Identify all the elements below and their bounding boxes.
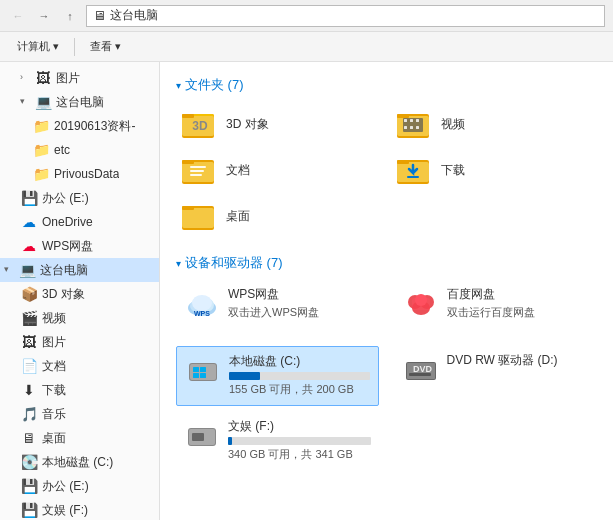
sidebar-item-office-e[interactable]: 💾 办公 (E:) [0,186,159,210]
svg-rect-43 [200,373,206,378]
toolbar-separator [74,38,75,56]
folder-icon-downloads [397,152,433,188]
svg-rect-19 [190,170,204,172]
pictures-icon: 🖼 [34,69,52,87]
folder-item-desktop[interactable]: 桌面 [176,194,383,238]
sidebar-item-pictures2[interactable]: 🖼 图片 [0,330,159,354]
sidebar-label-pictures2: 图片 [42,334,66,351]
drive-item-dvd[interactable]: DVD DVD RW 驱动器 (D:) [395,346,598,406]
folder-icon-videos [397,106,433,142]
local-c-bar-fill [229,372,260,380]
address-bar[interactable]: 🖥 这台电脑 [86,5,605,27]
sidebar-label-office-e: 办公 (E:) [42,190,89,207]
folder-item-docs[interactable]: 文档 [176,148,383,192]
back-button[interactable]: ← [8,6,28,26]
sidebar-item-office-e2[interactable]: 💾 办公 (E:) [0,474,159,498]
folder-name-desktop: 桌面 [226,208,250,225]
svg-rect-37 [412,298,430,310]
drive-item-wps[interactable]: WPS WPS网盘 双击进入WPS网盘 [176,280,379,340]
folder-item-downloads[interactable]: 下载 [391,148,598,192]
folder-item-videos[interactable]: 视频 [391,102,598,146]
entertain-f-name: 文娱 (F:) [228,418,371,435]
drive-item-entertain-f[interactable]: 文娱 (F:) 340 GB 可用，共 341 GB [176,412,379,472]
baidu-drive-name: 百度网盘 [447,286,590,303]
sidebar-item-local-c[interactable]: 💽 本地磁盘 (C:) [0,450,159,474]
sidebar-item-20190613[interactable]: 📁 20190613资料- [0,114,159,138]
sidebar-item-thispc-main[interactable]: ▾ 💻 这台电脑 [0,258,159,282]
local-c-drive-info: 本地磁盘 (C:) 155 GB 可用，共 200 GB [229,353,370,397]
svg-rect-20 [190,174,202,176]
toolbar-computer-label: 计算机 [17,39,50,54]
sidebar-item-docs[interactable]: 📄 文档 [0,354,159,378]
sidebar-item-entertain-f[interactable]: 💾 文娱 (F:) [0,498,159,520]
svg-rect-18 [190,166,206,168]
sidebar-item-onedrive[interactable]: ☁ OneDrive [0,210,159,234]
sidebar-label-entertain-f: 文娱 (F:) [42,502,88,519]
svg-rect-13 [410,126,413,129]
drives-grid: WPS WPS网盘 双击进入WPS网盘 [176,280,597,472]
sidebar-label-etc: etc [54,143,70,157]
sidebar-item-etc[interactable]: 📁 etc [0,138,159,162]
wps-cloud-icon: WPS [184,286,220,322]
address-text: 这台电脑 [110,7,158,24]
sidebar-label-desktop: 桌面 [42,430,66,447]
thispc-main-icon: 💻 [18,261,36,279]
entertain-f-icon: 💾 [20,501,38,519]
svg-rect-14 [416,126,419,129]
baidu-drive-sub: 双击运行百度网盘 [447,305,590,320]
folder-name-videos: 视频 [441,116,465,133]
sidebar-item-pictures[interactable]: › 🖼 图片 [0,66,159,90]
sidebar-label-wps: WPS网盘 [42,238,93,255]
sidebar-label-pictures: 图片 [56,70,80,87]
docs-icon: 📄 [20,357,38,375]
sidebar-label-local-c: 本地磁盘 (C:) [42,454,113,471]
svg-rect-10 [410,119,413,122]
svg-text:DVD: DVD [413,364,433,374]
folder-item-3d[interactable]: 3D 3D 对象 [176,102,383,146]
sidebar-item-desktop[interactable]: 🖥 桌面 [0,426,159,450]
baidu-cloud-icon [403,286,439,322]
collapse-icon: › [20,72,32,84]
svg-rect-41 [200,367,206,372]
drive-item-baidu[interactable]: 百度网盘 双击运行百度网盘 [395,280,598,340]
wps-icon: ☁ [20,237,38,255]
local-c-icon: 💽 [20,453,38,471]
local-c-drive-icon [185,353,221,389]
entertain-f-drive-info: 文娱 (F:) 340 GB 可用，共 341 GB [228,418,371,462]
entertain-f-drive-icon [184,418,220,454]
desktop-icon: 🖥 [20,429,38,447]
toolbar-view[interactable]: 查看 ▾ [81,36,130,58]
sidebar-label-3d: 3D 对象 [42,286,85,303]
sidebar-item-music[interactable]: 🎵 音乐 [0,402,159,426]
folder-name-downloads: 下载 [441,162,465,179]
drive-item-local-c[interactable]: 本地磁盘 (C:) 155 GB 可用，共 200 GB [176,346,379,406]
svg-rect-11 [416,119,419,122]
drive-e-icon: 💾 [20,189,38,207]
entertain-f-sub: 340 GB 可用，共 341 GB [228,447,371,462]
wps-drive-info: WPS网盘 双击进入WPS网盘 [228,286,371,320]
sidebar-item-privousdata[interactable]: 📁 PrivousData [0,162,159,186]
sidebar-item-downloads[interactable]: ⬇ 下载 [0,378,159,402]
folder-name-docs: 文档 [226,162,250,179]
svg-text:3D: 3D [192,119,208,133]
drives-chevron: ▾ [176,258,181,269]
toolbar-computer[interactable]: 计算机 ▾ [8,36,68,58]
svg-rect-7 [397,114,409,118]
svg-text:WPS: WPS [194,310,210,317]
entertain-f-bar-fill [228,437,232,445]
up-button[interactable]: ↑ [60,6,80,26]
content-area: ▾ 文件夹 (7) 3D 3D 对象 [160,62,613,520]
svg-rect-40 [193,367,199,372]
sidebar-item-wps[interactable]: ☁ WPS网盘 [0,234,159,258]
sidebar-item-thispc-sub[interactable]: ▾ 💻 这台电脑 [0,90,159,114]
svg-rect-50 [192,433,204,441]
entertain-f-bar-bg [228,437,371,445]
forward-button[interactable]: → [34,6,54,26]
sidebar-item-videos[interactable]: 🎬 视频 [0,306,159,330]
thispc-sub-icon: 💻 [34,93,52,111]
drives-section-header: ▾ 设备和驱动器 (7) [176,254,597,272]
folders-chevron: ▾ [176,80,181,91]
sidebar-item-3d[interactable]: 📦 3D 对象 [0,282,159,306]
svg-rect-26 [182,208,214,228]
pictures2-icon: 🖼 [20,333,38,351]
